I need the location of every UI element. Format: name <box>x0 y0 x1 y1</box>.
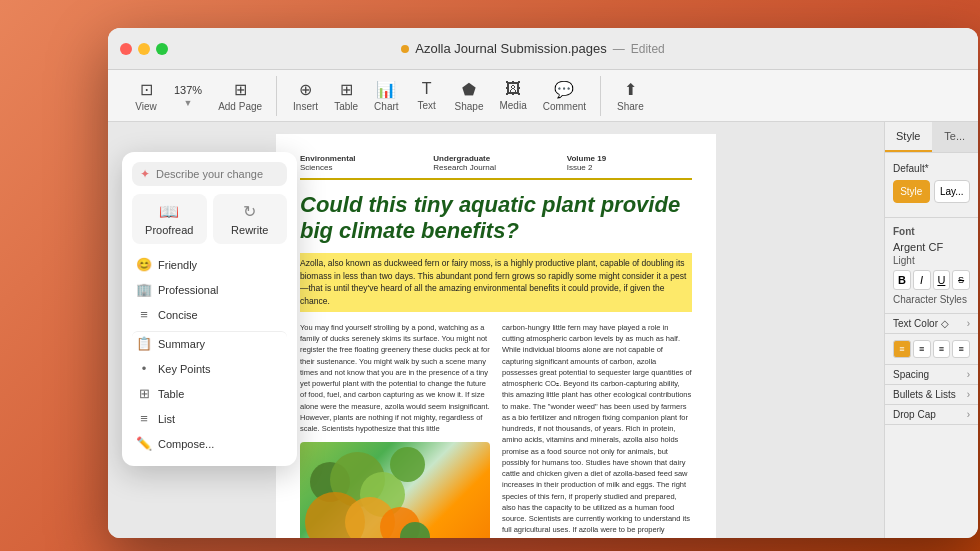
keypoints-icon: • <box>136 361 152 376</box>
doc-right-text: carbon-hungry little fern may have playe… <box>502 322 692 538</box>
zoom-button[interactable]: 137% ▼ <box>168 80 208 112</box>
plant-blob-8 <box>400 522 430 538</box>
ai-menu-item-list[interactable]: ≡ List <box>132 406 287 431</box>
tab-style[interactable]: Style <box>885 122 932 152</box>
app-window: Azolla Journal Submission.pages — Edited… <box>108 28 978 538</box>
bullets-row[interactable]: Bullets & Lists › <box>885 385 978 405</box>
add-page-button[interactable]: ⊞ Add Page <box>212 76 268 116</box>
right-panel-tabs: Style Te... <box>885 122 978 153</box>
italic-button[interactable]: I <box>913 270 931 290</box>
font-format-buttons: B I U S <box>893 270 970 290</box>
compose-label: Compose... <box>158 438 214 450</box>
align-justify-button[interactable]: ≡ <box>952 340 970 358</box>
list-icon: ≡ <box>136 411 152 426</box>
font-name-display: Argent CF <box>893 241 970 253</box>
ai-menu-item-compose[interactable]: ✏️ Compose... <box>132 431 287 456</box>
view-label: View <box>135 101 157 112</box>
style-default-section: Default* Style Lay... <box>885 153 978 218</box>
comment-button[interactable]: 💬 Comment <box>537 76 592 116</box>
ai-search-bar[interactable]: ✦ <box>132 162 287 186</box>
professional-icon: 🏢 <box>136 282 152 297</box>
title-bar-center: Azolla Journal Submission.pages — Edited <box>180 41 886 56</box>
maximize-button[interactable] <box>156 43 168 55</box>
document-title-text: Could this tiny aquatic plant provide bi… <box>300 192 692 245</box>
summary-label: Summary <box>158 338 205 350</box>
header-col2-line1: Undergraduate <box>433 154 558 163</box>
layout-button[interactable]: Lay... <box>934 180 971 203</box>
spacing-row[interactable]: Spacing › <box>885 365 978 385</box>
toolbar-view-group: ⊡ View 137% ▼ ⊞ Add Page <box>120 76 277 116</box>
concise-label: Concise <box>158 309 198 321</box>
style-button[interactable]: Style <box>893 180 930 203</box>
proofread-button[interactable]: 📖 Proofread <box>132 194 207 244</box>
plant-blob-7 <box>390 447 425 482</box>
shape-label: Shape <box>455 101 484 112</box>
strikethrough-button[interactable]: S <box>952 270 970 290</box>
ai-menu-item-table[interactable]: ⊞ Table <box>132 381 287 406</box>
font-label: Font <box>893 226 970 237</box>
table-label: Table <box>334 101 358 112</box>
ai-menu-item-summary[interactable]: 📋 Summary <box>132 331 287 356</box>
text-label: Text <box>417 100 435 111</box>
ai-menu-item-friendly[interactable]: 😊 Friendly <box>132 252 287 277</box>
media-icon: 🖼 <box>505 80 521 98</box>
document-body: You may find yourself strolling by a pon… <box>300 322 692 538</box>
list-label: List <box>158 413 175 425</box>
table-button[interactable]: ⊞ Table <box>328 76 364 116</box>
header-col1-line2: Sciences <box>300 163 332 172</box>
document-dot-icon <box>401 45 409 53</box>
view-icon: ⊡ <box>140 80 153 99</box>
professional-label: Professional <box>158 284 219 296</box>
align-left-button[interactable]: ≡ <box>893 340 911 358</box>
rewrite-icon: ↻ <box>243 202 256 221</box>
insert-button[interactable]: ⊕ Insert <box>287 76 324 116</box>
friendly-label: Friendly <box>158 259 197 271</box>
ai-menu-item-professional[interactable]: 🏢 Professional <box>132 277 287 302</box>
minimize-button[interactable] <box>138 43 150 55</box>
view-button[interactable]: ⊡ View <box>128 76 164 116</box>
bold-button[interactable]: B <box>893 270 911 290</box>
traffic-lights <box>120 43 168 55</box>
dropcap-row[interactable]: Drop Cap › <box>885 405 978 425</box>
align-right-button[interactable]: ≡ <box>933 340 951 358</box>
comment-label: Comment <box>543 101 586 112</box>
main-content: Environmental Sciences Undergraduate Res… <box>108 122 978 538</box>
ai-search-icon: ✦ <box>140 167 150 181</box>
zoom-dropdown-icon: ▼ <box>184 98 193 108</box>
dropcap-arrow: › <box>967 409 970 420</box>
media-button[interactable]: 🖼 Media <box>493 76 532 115</box>
header-col2-line2: Research Journal <box>433 163 496 172</box>
bullets-label: Bullets & Lists <box>893 389 956 400</box>
underline-button[interactable]: U <box>933 270 951 290</box>
header-col-1: Environmental Sciences <box>300 154 425 172</box>
rewrite-label: Rewrite <box>231 224 268 236</box>
close-button[interactable] <box>120 43 132 55</box>
ai-menu-item-concise[interactable]: ≡ Concise <box>132 302 287 327</box>
header-col1-line1: Environmental <box>300 154 425 163</box>
compose-icon: ✏️ <box>136 436 152 451</box>
ai-menu-list: 😊 Friendly 🏢 Professional ≡ Concise 📋 Su… <box>132 252 287 456</box>
concise-icon: ≡ <box>136 307 152 322</box>
font-section: Font Argent CF Light B I U S Character S… <box>885 218 978 314</box>
summary-icon: 📋 <box>136 336 152 351</box>
ai-search-input[interactable] <box>156 168 279 180</box>
insert-label: Insert <box>293 101 318 112</box>
zoom-label: 137% <box>174 84 202 96</box>
chart-button[interactable]: 📊 Chart <box>368 76 404 116</box>
shape-button[interactable]: ⬟ Shape <box>449 76 490 116</box>
share-button[interactable]: ⬆ Share <box>611 76 650 116</box>
rewrite-button[interactable]: ↻ Rewrite <box>213 194 288 244</box>
doc-left-text: You may find yourself strolling by a pon… <box>300 322 490 435</box>
alignment-section: ≡ ≡ ≡ ≡ <box>885 334 978 365</box>
document-area: Environmental Sciences Undergraduate Res… <box>108 122 884 538</box>
text-button[interactable]: T Text <box>409 76 445 115</box>
text-color-row[interactable]: Text Color ◇ › <box>885 314 978 334</box>
title-separator: — <box>613 42 625 56</box>
proofread-icon: 📖 <box>159 202 179 221</box>
tab-text[interactable]: Te... <box>932 122 979 152</box>
default-badge: Default* <box>893 163 970 174</box>
ai-menu-item-keypoints[interactable]: • Key Points <box>132 356 287 381</box>
document-edited-label: Edited <box>631 42 665 56</box>
ai-panel: ✦ 📖 Proofread ↻ Rewrite 😊 <box>122 152 297 466</box>
align-center-button[interactable]: ≡ <box>913 340 931 358</box>
